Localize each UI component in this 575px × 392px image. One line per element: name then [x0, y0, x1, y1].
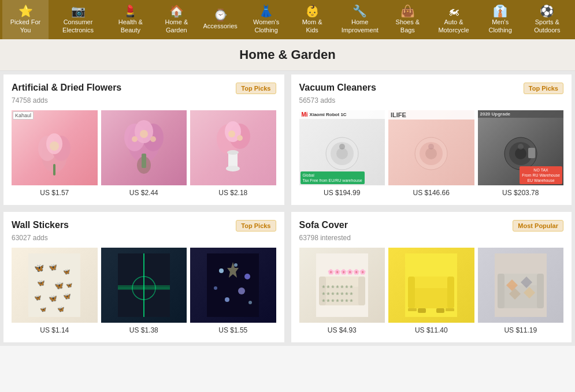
section-vacuum-cleaners: Vacuum Cleaners Top Picks 56573 adds Mi … [291, 74, 572, 205]
product-img-vacuum-3: 2020 Upgrade NO TAXFrom RU WarehouseEU W… [478, 110, 564, 185]
svg-rect-75 [447, 277, 454, 308]
product-price-sofa-1: US $4.93 [328, 326, 357, 334]
svg-point-57 [214, 286, 217, 290]
svg-point-11 [132, 136, 138, 142]
product-price-sticker-2: US $1.38 [129, 326, 158, 334]
svg-text:🦋: 🦋 [49, 294, 57, 303]
svg-point-12 [150, 136, 156, 142]
vacuum-notax-badge: NO TAXFrom RU WarehouseEU Warehouse [520, 166, 562, 184]
svg-point-19 [237, 135, 243, 141]
nav-label-health-beauty: Health & Beauty [112, 18, 149, 33]
svg-rect-76 [418, 308, 426, 313]
nav-label-mom-kids: Mom & Kids [296, 18, 328, 33]
product-img-sofa-3 [478, 248, 564, 323]
svg-point-58 [238, 288, 245, 294]
section-title-stickers: Wall Stickers [12, 220, 69, 230]
product-flower-1[interactable]: Kahaul US $1.57 [12, 110, 98, 197]
nav-item-accessories[interactable]: ⌚ Accessories [199, 0, 241, 39]
nav-label-home-garden: Home & Garden [158, 18, 195, 33]
mens-clothing-icon: 👔 [493, 5, 507, 17]
product-vacuum-1[interactable]: Mi Xiaomi Robot 1C GlobalTax Free from E… [299, 110, 385, 197]
product-sofa-3[interactable]: US $11.19 [478, 248, 564, 334]
nav-label-picked: Picked For You [7, 18, 44, 33]
product-price-flower-1: US $1.57 [40, 189, 69, 197]
svg-point-34 [518, 144, 524, 150]
product-sticker-2[interactable]: US $1.38 [101, 248, 187, 334]
product-img-sticker-2 [101, 248, 187, 323]
svg-point-55 [234, 263, 238, 267]
nav-label-mens-clothing: Men's Clothing [484, 18, 517, 33]
section-title-flowers: Artificial & Dried Flowers [12, 83, 121, 93]
products-grid-flowers: Kahaul US $1.57 [12, 110, 276, 197]
nav-item-home-improvement[interactable]: 🔧 Home Improvement [333, 0, 387, 39]
section-header-stickers: Wall Stickers Top Picks [12, 220, 276, 232]
sports-outdoors-icon: ⚽ [540, 5, 554, 17]
accessories-icon: ⌚ [213, 9, 228, 21]
nav-item-home-garden[interactable]: 🏠 Home & Garden [154, 0, 200, 39]
section-header-sofa: Sofa Cover Most Popular [299, 220, 564, 232]
page-title: Home & Garden [0, 39, 575, 71]
womens-clothing-icon: 👗 [259, 5, 273, 17]
kahaul-badge: Kahaul [13, 111, 34, 120]
nav-item-sports-outdoors[interactable]: ⚽ Sports & Outdoors [522, 0, 573, 39]
svg-text:❀ ❀ ❀ ❀ ❀ ❀ ❀: ❀ ❀ ❀ ❀ ❀ ❀ ❀ [322, 292, 353, 296]
nav-item-auto-motorcycle[interactable]: 🏍 Auto & Motorcycle [428, 0, 478, 39]
product-flower-3[interactable]: US $2.18 [190, 110, 276, 197]
svg-text:🦋: 🦋 [54, 281, 64, 290]
auto-motorcycle-icon: 🏍 [448, 5, 459, 17]
health-beauty-icon: 💄 [123, 5, 138, 17]
nav-item-consumer-electronics[interactable]: 📷 Consumer Electronics [49, 0, 107, 39]
svg-rect-84 [537, 274, 544, 308]
nav-item-shoes-bags[interactable]: 👜 Shoes & Bags [387, 0, 428, 39]
product-sofa-2[interactable]: US $11.40 [388, 248, 474, 334]
section-header-flowers: Artificial & Dried Flowers Top Picks [12, 83, 276, 94]
section-title-sofa: Sofa Cover [299, 220, 348, 230]
section-artificial-flowers: Artificial & Dried Flowers Top Picks 747… [3, 74, 284, 205]
product-img-sofa-1: 🌸🌸🌸🌸🌸🌸 ❀ ❀ ❀ ❀ ❀ ❀ ❀ ❀ ❀ ❀ ❀ ❀ ❀ ❀ ❀ ❀ ❀… [299, 248, 385, 323]
svg-point-4 [50, 141, 59, 151]
products-grid-stickers: 🦋 🦋 🦋 🦋 🦋 🦋 🦋 🦋 🦋 🦋 🦋 US $1.14 [12, 248, 276, 334]
svg-text:❀ ❀ ❀ ❀ ❀ ❀ ❀: ❀ ❀ ❀ ❀ ❀ ❀ ❀ [322, 285, 353, 289]
product-price-sofa-3: US $11.19 [504, 326, 537, 334]
section-meta-flowers: 74758 adds [12, 96, 276, 104]
nav-label-accessories: Accessories [203, 23, 238, 30]
product-img-sofa-2 [388, 248, 474, 323]
svg-text:🦋: 🦋 [37, 279, 45, 287]
nav-item-picked[interactable]: ⭐ Picked For You [2, 0, 49, 39]
svg-rect-14 [142, 154, 146, 168]
svg-rect-78 [408, 308, 417, 311]
nav-label-home-improvement: Home Improvement [337, 18, 382, 33]
picked-icon: ⭐ [18, 5, 33, 17]
home-garden-icon: 🏠 [169, 5, 184, 17]
product-sticker-3[interactable]: US $1.55 [190, 248, 276, 334]
product-price-sticker-1: US $1.14 [40, 326, 69, 334]
product-img-flower-3 [190, 110, 276, 185]
nav-item-mens-clothing[interactable]: 👔 Men's Clothing [479, 0, 522, 39]
svg-text:🦋: 🦋 [34, 263, 44, 273]
product-price-vacuum-2: US $146.66 [413, 189, 450, 197]
main-content: Artificial & Dried Flowers Top Picks 747… [0, 71, 575, 346]
product-sofa-1[interactable]: 🌸🌸🌸🌸🌸🌸 ❀ ❀ ❀ ❀ ❀ ❀ ❀ ❀ ❀ ❀ ❀ ❀ ❀ ❀ ❀ ❀ ❀… [299, 248, 385, 334]
svg-text:🦋: 🦋 [57, 305, 65, 313]
product-flower-2[interactable]: US $2.44 [101, 110, 187, 197]
products-grid-sofa: 🌸🌸🌸🌸🌸🌸 ❀ ❀ ❀ ❀ ❀ ❀ ❀ ❀ ❀ ❀ ❀ ❀ ❀ ❀ ❀ ❀ ❀… [299, 248, 564, 334]
svg-rect-79 [446, 308, 454, 311]
product-sticker-1[interactable]: 🦋 🦋 🦋 🦋 🦋 🦋 🦋 🦋 🦋 🦋 🦋 US $1.14 [12, 248, 98, 334]
nav-item-womens-clothing[interactable]: 👗 Women's Clothing [241, 0, 291, 39]
badge-vacuum: Top Picks [524, 83, 563, 94]
product-price-flower-2: US $2.44 [129, 189, 158, 197]
product-vacuum-3[interactable]: 2020 Upgrade NO TAXFrom RU WarehouseEU W… [478, 110, 564, 197]
product-vacuum-2[interactable]: ILIFE US $146.66 [388, 110, 474, 197]
svg-text:🦋: 🦋 [63, 268, 71, 275]
svg-point-18 [228, 130, 235, 137]
badge-sofa: Most Popular [513, 220, 563, 232]
svg-text:❀ ❀ ❀ ❀ ❀ ❀ ❀: ❀ ❀ ❀ ❀ ❀ ❀ ❀ [322, 298, 353, 303]
nav-item-mom-kids[interactable]: 👶 Mom & Kids [291, 0, 333, 39]
product-price-sofa-2: US $11.40 [415, 326, 448, 334]
vacuum-ilife-overlay: ILIFE [388, 110, 474, 120]
product-price-sticker-3: US $1.55 [218, 326, 247, 334]
nav-label-womens-clothing: Women's Clothing [246, 18, 287, 33]
nav-item-health-beauty[interactable]: 💄 Health & Beauty [107, 0, 154, 39]
section-meta-sofa: 63798 interested [299, 234, 564, 242]
nav-label-sports-outdoors: Sports & Outdoors [526, 18, 568, 33]
